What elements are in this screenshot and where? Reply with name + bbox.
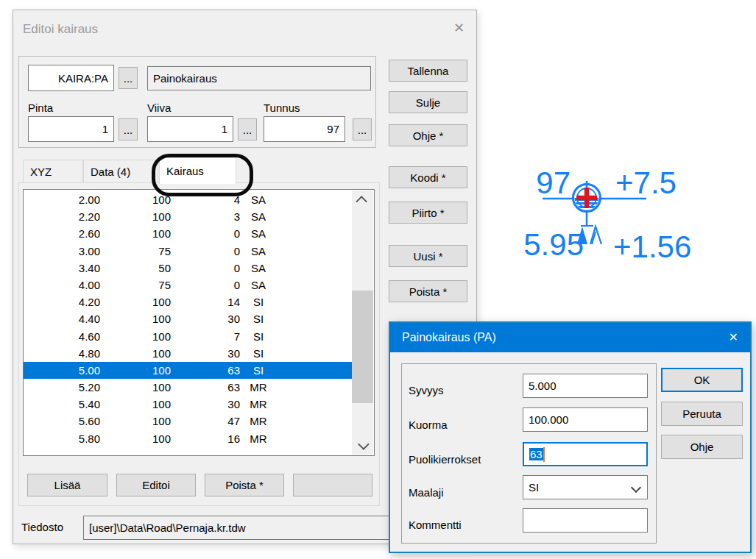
cell-depth: 5.20 [24, 379, 100, 396]
cell-depth: 5.80 [24, 430, 100, 447]
kuorma-input[interactable]: 100.000 [523, 407, 648, 432]
ok-button[interactable]: OK [661, 368, 743, 392]
survey-type-description: Painokairaus [147, 66, 371, 90]
cell-halfturns: 7 [171, 328, 240, 345]
list-row[interactable]: 5.60 100 47 MR [24, 413, 352, 430]
draw-button[interactable]: Piirto * [389, 202, 467, 224]
cell-depth: 4.40 [24, 310, 100, 327]
tunnus-browse-button[interactable]: ... [353, 118, 372, 140]
close-icon[interactable]: ✕ [729, 330, 738, 344]
cell-load: 75 [100, 243, 171, 260]
pinta-input[interactable]: 1 [28, 116, 114, 142]
tab-kairaus[interactable]: Kairaus [159, 157, 236, 184]
cell-halfturns: 3 [171, 208, 240, 225]
list-row[interactable]: 5.00 100 63 SI [24, 362, 352, 379]
cell-halfturns: 0 [171, 260, 240, 277]
list-row[interactable]: 4.80 100 30 SI [24, 345, 352, 362]
cell-soiltype: SI [240, 293, 277, 310]
painokairaus-dialog: Painokairaus (PA) ✕ Syvyys Kuorma Puolik… [389, 321, 752, 553]
scrollbar-up-icon[interactable] [352, 191, 373, 210]
cell-halfturns: 16 [171, 430, 240, 447]
survey-type-input[interactable]: KAIRA:PA [28, 65, 114, 91]
new-button[interactable]: Uusi * [389, 245, 467, 267]
cell-load: 100 [100, 328, 171, 345]
cell-depth: 4.60 [24, 328, 100, 345]
pa-dialog-title: Painokairaus (PA) [402, 331, 496, 344]
cell-halfturns: 47 [171, 413, 240, 430]
cell-halfturns: 0 [171, 243, 240, 260]
cell-load: 100 [100, 310, 171, 327]
syvyys-input[interactable]: 5.000 [523, 374, 648, 398]
cell-halfturns: 4 [171, 191, 240, 208]
top-level-text: +7.5 [615, 165, 676, 200]
cell-soiltype: SA [240, 277, 277, 293]
tab-xyz[interactable]: XYZ [23, 160, 83, 183]
cell-depth: 4.20 [24, 293, 100, 310]
cell-depth: 2.20 [24, 208, 100, 225]
list-row[interactable]: 2.60 100 0 SA [24, 225, 352, 242]
pinta-label: Pinta [28, 102, 53, 114]
cell-soiltype: SA [240, 191, 277, 208]
cell-load: 100 [100, 208, 171, 225]
close-icon[interactable]: ✕ [453, 20, 464, 36]
list-row[interactable]: 4.60 100 7 SI [24, 328, 352, 345]
puolikierrokset-label: Puolikierrokset [409, 453, 481, 466]
delete-row-button[interactable]: Poista * [205, 474, 284, 496]
viiva-label: Viiva [147, 102, 171, 114]
cell-load: 100 [100, 345, 171, 362]
point-number-text: 97 [536, 165, 570, 200]
file-label: Tiedosto [21, 521, 63, 533]
tab-data[interactable]: Data (4) [83, 160, 158, 183]
puolikierrokset-input[interactable]: 63 [523, 442, 648, 466]
cancel-button[interactable]: Peruuta [661, 402, 743, 426]
help-button[interactable]: Ohje * [389, 124, 467, 146]
cell-halfturns: 63 [171, 379, 240, 396]
cell-depth: 4.80 [24, 345, 100, 362]
scrollbar-down-icon[interactable] [352, 435, 373, 455]
bottom-level-text: +1.56 [613, 229, 691, 264]
cell-soiltype: SI [240, 328, 277, 345]
pinta-browse-button[interactable]: ... [119, 118, 138, 140]
viiva-browse-button[interactable]: ... [238, 118, 257, 140]
close-button[interactable]: Sulje [389, 91, 467, 113]
list-row[interactable]: 4.40 100 30 SI [24, 310, 352, 327]
maalaji-value: SI [529, 481, 539, 494]
tunnus-input[interactable]: 97 [264, 116, 345, 142]
viiva-input[interactable]: 1 [147, 116, 233, 142]
survey-type-browse-button[interactable]: ... [119, 67, 138, 89]
chevron-down-icon [631, 483, 641, 493]
list-row[interactable]: 5.40 100 30 MR [24, 396, 352, 413]
syvyys-label: Syvyys [409, 384, 444, 396]
tunnus-label: Tunnus [264, 102, 300, 114]
scrollbar-thumb[interactable] [352, 291, 373, 403]
list-row[interactable]: 4.00 75 0 SA [24, 277, 352, 293]
list-row[interactable]: 5.80 100 16 MR [24, 430, 352, 447]
sounding-data-list[interactable]: 2.00 100 4 SA 2.20 100 3 SA 2.60 100 0 S… [23, 189, 375, 456]
kommentti-input[interactable] [523, 508, 648, 533]
delete-button[interactable]: Poista * [389, 280, 467, 302]
edit-row-button[interactable]: Editoi [116, 474, 196, 496]
maalaji-dropdown[interactable]: SI [523, 475, 648, 499]
list-row[interactable]: 3.40 50 0 SA [24, 260, 352, 277]
list-row[interactable]: 5.20 100 63 MR [24, 379, 352, 396]
dialog-title: Editoi kairaus [23, 22, 98, 37]
pa-help-button[interactable]: Ohje [661, 435, 743, 459]
add-row-button[interactable]: Lisää [27, 474, 107, 496]
empty-button[interactable] [293, 474, 372, 496]
code-button[interactable]: Koodi * [389, 166, 467, 188]
text-caret [543, 447, 545, 462]
list-row[interactable]: 4.20 100 14 SI [24, 293, 352, 310]
list-row[interactable]: 2.00 100 4 SA [24, 191, 352, 208]
list-row[interactable]: 2.20 100 3 SA [24, 208, 352, 225]
cell-load: 100 [100, 413, 171, 430]
save-button[interactable]: Tallenna [389, 60, 467, 82]
selected-text: 63 [529, 448, 543, 460]
vertical-scrollbar[interactable] [352, 191, 373, 455]
cell-halfturns: 0 [171, 225, 240, 242]
cell-depth: 5.40 [24, 396, 100, 413]
cell-halfturns: 14 [171, 293, 240, 310]
cell-depth: 2.60 [24, 225, 100, 242]
pa-titlebar[interactable]: Painokairaus (PA) ✕ [390, 323, 750, 352]
list-row[interactable]: 3.00 75 0 SA [24, 243, 352, 260]
cell-soiltype: MR [240, 396, 277, 413]
